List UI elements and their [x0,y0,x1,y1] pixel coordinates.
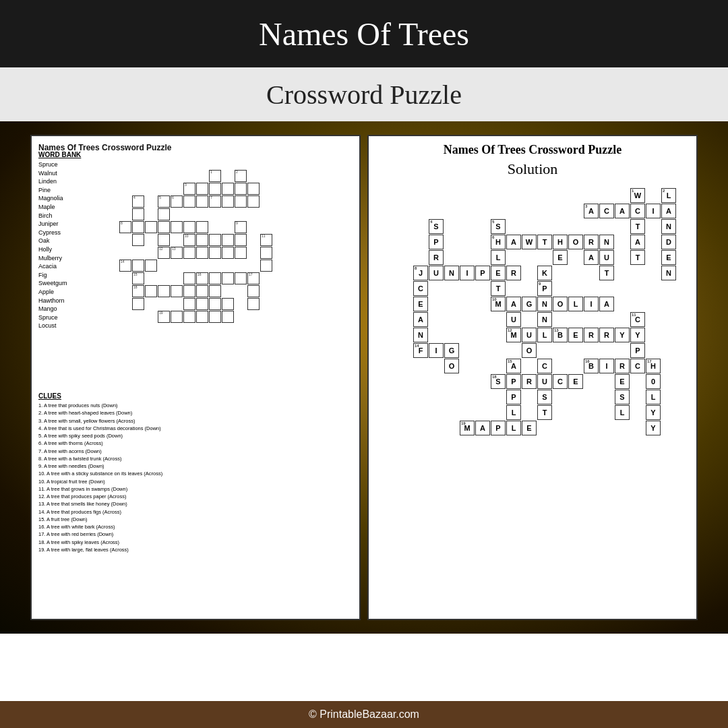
grid-cell [132,298,144,310]
word-bank-title: WORD BANK [38,151,116,158]
subtitle-text: Crossword Puzzle [266,79,462,111]
solution-cell: H [553,235,568,249]
solution-cell: Y [615,328,630,342]
clue-item: 6. A tree with thorns (Across) [38,439,353,447]
grid-cell [222,195,234,208]
solution-cell: N [661,266,676,280]
grid-cell: 10 [183,234,195,246]
solution-cell: 19M [460,421,475,435]
clues-section: CLUES 1. A tree that produces nuts (Down… [38,392,353,612]
solution-subtitle: Solution [375,160,690,178]
grid-cell [196,247,208,259]
grid-cell [247,298,260,310]
clue-item: 1. A tree that produces nuts (Down) [38,402,353,409]
clue-item: 17. A tree with red berries (Down) [38,530,353,538]
solution-cell: 0 [646,374,661,389]
solution-cell: N [661,219,676,234]
footer-text: © PrintableBazaar.com [309,708,419,721]
clue-item: 9. A tree with needles (Down) [38,462,353,470]
solution-cell: P [506,374,521,389]
solution-cell: 13B [553,328,568,342]
solution-cell: 3A [584,204,599,218]
grid-cell [132,260,144,272]
grid-cell [145,260,157,272]
solution-cell: C [413,281,428,296]
grid-cell [196,298,208,310]
solution-cell: A [599,297,614,311]
solution-cell: E [491,266,506,280]
grid-cell [196,311,208,323]
solution-cell: A [584,250,599,265]
solution-cell: G [522,297,537,311]
solution-cell: E [413,297,428,311]
solution-cell: R [429,250,444,265]
clue-item: 19. A tree with large, flat leaves (Acro… [38,546,353,553]
right-panel: Names Of Trees Crossword Puzzle Solution… [367,135,698,620]
solution-cell: 10M [491,297,506,311]
solution-cell: 4S [429,219,444,234]
solution-cell: K [537,266,552,280]
solution-cell: 15A [506,359,521,373]
grid-cell [196,221,208,233]
solution-cell: R [599,328,614,342]
solution-cell: W [522,235,537,249]
grid-cell [183,272,195,284]
grid-cell [145,285,157,297]
header: Names Of Trees [0,0,728,67]
solution-cell: L [615,405,630,420]
solution-cell: A [630,235,645,249]
solution-cell: 14F [413,343,428,358]
solution-cell: U [429,266,444,280]
left-panel: Names Of Trees Crossword Puzzle WORD BAN… [30,135,361,620]
solution-cell: I [599,359,614,373]
clues-list: 1. A tree that produces nuts (Down)2. A … [38,402,353,553]
solution-cell: R [584,235,599,249]
solution-cell: T [537,235,552,249]
grid-cell [183,298,195,310]
background-area: Names Of Trees Crossword Puzzle WORD BAN… [0,121,728,634]
grid-cell [196,195,208,208]
solution-cell: I [584,297,599,311]
grid-cell [247,183,260,195]
solution-cell: C [630,359,645,373]
grid-cell [209,234,221,246]
solution-cell: C [599,204,614,218]
clue-item: 16. A tree with white bark (Across) [38,523,353,530]
solution-cell: L [568,297,583,311]
clue-item: 14. A tree that produces figs (Across) [38,508,353,516]
solution-cell: P [491,421,506,435]
solution-cell: S [537,390,552,404]
grid-cell: 7 [209,195,221,208]
grid-cell [196,183,208,195]
grid-cell [222,234,234,246]
grid-cell: 13 [171,247,183,259]
grid-cell [158,221,170,233]
solution-cell: S [615,390,630,404]
solution-cell: G [444,343,459,358]
solution-cell: U [537,374,552,389]
solution-cell: C [553,374,568,389]
grid-cell [235,183,247,195]
solution-cell: 17H [646,359,661,373]
solution-cell: E [522,421,537,435]
solution-cell: N [413,328,428,342]
grid-cell: 2 [235,170,247,182]
grid-cell [145,221,157,233]
grid-cell [260,247,272,259]
solution-cell: U [599,250,614,265]
clue-item: 15. A fruit tree (Down) [38,516,353,523]
solution-cell: E [661,250,676,265]
right-panel-title: Names Of Trees Crossword Puzzle [375,143,690,157]
solution-cell: T [630,250,645,265]
solution-cell: L [491,250,506,265]
clue-item: 7. A tree with acorns (Down) [38,448,353,455]
solution-cell: C [537,359,552,373]
clue-item: 4. A tree that is used for Christmas dec… [38,425,353,432]
grid-cell [235,195,247,208]
grid-cell [171,311,183,323]
solution-cell: N [537,297,552,311]
grid-cell [158,285,170,297]
grid-cell [209,298,221,310]
grid-cell [235,272,247,284]
grid-cell [196,285,208,297]
